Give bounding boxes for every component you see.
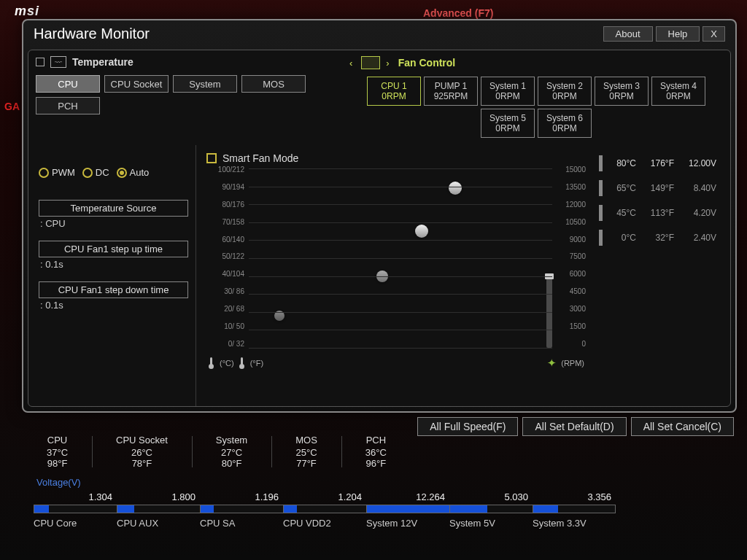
temp-tab-mos[interactable]: MOS	[241, 75, 306, 93]
fan-settings-sidebar: PWM DC Auto Temperature Source : CPU CPU…	[28, 145, 196, 406]
collapse-icon[interactable]	[36, 58, 44, 66]
axis-unit-rpm: (RPM)	[561, 359, 584, 368]
brand-logo: msi	[15, 4, 39, 19]
axis-unit-c: (°C)	[220, 359, 234, 368]
temp-tab-pch[interactable]: PCH	[36, 97, 100, 114]
fan-chip-system-1[interactable]: System 10RPM	[481, 77, 535, 106]
temp-reading-cpu: CPU37°C98°F	[36, 435, 78, 469]
titlebar: Hardware Monitor About Help X	[23, 20, 735, 47]
voltage-system-5v: 5.030System 5V	[449, 505, 533, 529]
inner-frame: 〰 Temperature CPUCPU SocketSystemMOSPCH …	[28, 50, 731, 407]
temperature-summary: CPU37°C98°FCPU Socket26°C78°FSystem27°C8…	[36, 435, 397, 469]
help-button[interactable]: Help	[656, 26, 700, 42]
chevron-left-icon[interactable]: ‹	[349, 58, 352, 69]
threshold-list: 80°C176°F12.00V65°C149°F8.40V45°C113°F4.…	[592, 145, 730, 406]
threshold-bar-icon	[599, 155, 603, 171]
fan-icon: ✦	[547, 357, 557, 370]
mode-dc-radio[interactable]: DC	[82, 167, 109, 178]
thermometer-c-icon	[208, 357, 215, 369]
threshold-row: 80°C176°F12.00V	[599, 155, 719, 171]
background-text: GA	[4, 101, 20, 112]
y-right-tick: 7500	[557, 252, 586, 260]
all-set-cancel-button[interactable]: All Set Cancel(C)	[631, 417, 734, 436]
fan-control-header: Fan Control	[398, 57, 456, 69]
temperature-source-button[interactable]: Temperature Source	[39, 200, 188, 217]
threshold-row: 45°C113°F4.20V	[599, 205, 719, 221]
fan-chip-system-2[interactable]: System 20RPM	[538, 77, 592, 106]
fan-chip-system-4[interactable]: System 40RPM	[651, 77, 705, 106]
mode-auto-label: Auto	[130, 167, 150, 178]
temp-reading-pch: PCH36°C96°F	[355, 435, 397, 469]
all-set-default-button[interactable]: All Set Default(D)	[522, 417, 626, 436]
smart-fan-checkbox[interactable]	[206, 153, 217, 163]
chevron-right-icon[interactable]: ›	[386, 58, 389, 69]
y-left-tick: 50/122	[206, 252, 244, 260]
y-left-tick: 0/ 32	[206, 340, 244, 348]
y-right-tick: 3000	[557, 305, 586, 313]
voltage-cpu-vdd2: 1.204CPU VDD2	[283, 505, 366, 529]
curve-point-4[interactable]	[449, 182, 462, 195]
temp-tab-system[interactable]: System	[173, 75, 237, 93]
y-left-tick: 80/176	[206, 201, 244, 209]
hardware-monitor-window: Hardware Monitor About Help X 〰 Temperat…	[22, 19, 737, 413]
temp-tab-cpu[interactable]: CPU	[36, 75, 100, 93]
threshold-bar-icon	[599, 230, 603, 246]
all-full-speed-button[interactable]: All Full Speed(F)	[417, 417, 518, 436]
y-right-tick: 12000	[557, 201, 586, 209]
curve-point-3[interactable]	[415, 225, 428, 238]
step-up-time-value: : 0.1s	[39, 257, 188, 277]
y-left-tick: 30/ 86	[206, 287, 244, 295]
fan-control-icon	[361, 56, 380, 69]
voltage-cpu-aux: 1.800CPU AUX	[117, 505, 200, 529]
temp-reading-cpu-socket: CPU Socket26°C78°F	[106, 435, 178, 469]
y-right-tick: 13500	[557, 183, 586, 191]
fan-curve-area: Smart Fan Mode 100/21290/19480/17670/158…	[196, 145, 592, 406]
voltage-header: Voltage(V)	[36, 477, 81, 488]
advanced-mode-label: Advanced (F7)	[423, 7, 493, 19]
voltage-cpu-core: 1.304CPU Core	[34, 505, 117, 529]
y-left-tick: 70/158	[206, 218, 244, 226]
y-left-tick: 10/ 50	[206, 322, 244, 330]
window-title: Hardware Monitor	[34, 26, 600, 42]
fan-control-panel: ‹ › Fan Control CPU 10RPMPUMP 1925RPMSys…	[342, 50, 730, 138]
y-left-tick: 40/104	[206, 270, 244, 278]
y-left-tick: 20/ 68	[206, 305, 244, 313]
voltage-cpu-sa: 1.196CPU SA	[200, 505, 283, 529]
threshold-row: 65°C149°F8.40V	[599, 180, 719, 196]
about-button[interactable]: About	[603, 26, 653, 42]
fan-curve-chart[interactable]: 100/21290/19480/17670/15860/14050/12240/…	[206, 166, 586, 370]
fan-chip-system-5[interactable]: System 50RPM	[481, 109, 535, 138]
step-down-time-value: : 0.1s	[39, 298, 188, 318]
y-right-tick: 15000	[557, 166, 586, 174]
y-right-tick: 9000	[557, 236, 586, 244]
y-right-tick: 10500	[557, 218, 586, 226]
threshold-row: 0°C32°F2.40V	[599, 230, 719, 246]
temperature-source-value: : CPU	[39, 217, 188, 236]
fan-chip-system-6[interactable]: System 60RPM	[538, 109, 592, 138]
y-right-tick: 1500	[557, 322, 586, 330]
smart-fan-label: Smart Fan Mode	[222, 152, 298, 164]
mode-auto-radio[interactable]: Auto	[117, 167, 150, 178]
temp-reading-mos: MOS25°C77°F	[285, 435, 328, 469]
threshold-bar-icon	[599, 180, 603, 196]
axis-unit-f: (°F)	[250, 359, 263, 368]
y-left-tick: 90/194	[206, 183, 244, 191]
temp-reading-system: System27°C80°F	[206, 435, 258, 469]
close-button[interactable]: X	[703, 26, 725, 42]
y-left-tick: 60/140	[206, 236, 244, 244]
y-right-tick: 6000	[557, 270, 586, 278]
mode-pwm-radio[interactable]: PWM	[39, 167, 75, 178]
thermometer-f-icon	[239, 357, 246, 369]
step-down-time-button[interactable]: CPU Fan1 step down time	[39, 281, 188, 298]
step-up-time-button[interactable]: CPU Fan1 step up time	[39, 241, 188, 257]
mode-pwm-label: PWM	[52, 167, 75, 178]
temperature-panel: 〰 Temperature CPUCPU SocketSystemMOSPCH	[28, 50, 342, 138]
voltage-system-12v: 12.264System 12V	[366, 505, 449, 529]
fan-chip-system-3[interactable]: System 30RPM	[595, 77, 649, 106]
voltage-panel: 1.304CPU Core1.800CPU AUX1.196CPU SA1.20…	[34, 505, 732, 529]
fan-chip-pump-1[interactable]: PUMP 1925RPM	[424, 77, 478, 106]
y-right-tick: 4500	[557, 287, 586, 295]
temp-tab-cpu-socket[interactable]: CPU Socket	[104, 75, 169, 93]
fan-chip-cpu-1[interactable]: CPU 10RPM	[367, 77, 421, 106]
voltage-system-3.3v: 3.356System 3.3V	[533, 505, 616, 529]
